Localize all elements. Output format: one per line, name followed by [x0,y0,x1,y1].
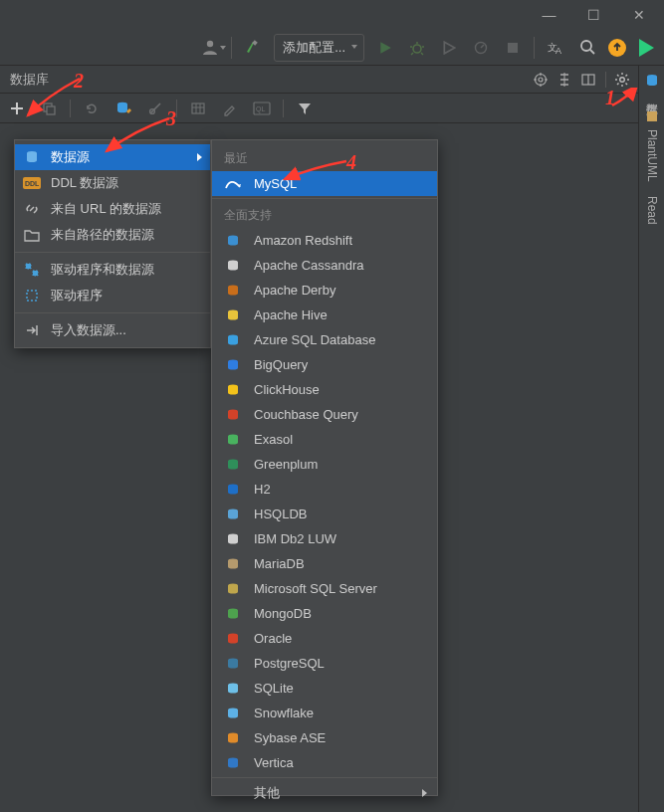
refresh-icon[interactable] [81,98,103,119]
menu-item-drivers[interactable]: 驱动程序 [15,283,210,308]
submenu-item-db[interactable]: Apache Cassandra [212,253,437,278]
submenu-item-db[interactable]: BigQuery [212,352,437,377]
ide-logo-icon[interactable] [636,39,654,57]
submenu-item-db[interactable]: MariaDB [212,551,437,576]
blank-icon [224,784,242,802]
svg-point-8 [536,74,547,85]
submenu-item-db[interactable]: Sybase ASE [212,725,437,750]
gutter-tab-database[interactable]: 数据库 [643,72,661,94]
menu-item-label: Sybase ASE [254,730,326,745]
submenu-item-db[interactable]: Snowflake [212,701,437,725]
update-available-icon[interactable] [608,39,626,57]
menu-item-label: HSQLDB [254,507,307,521]
svg-rect-13 [47,106,55,114]
submenu-item-db[interactable]: Apache Derby [212,278,437,303]
submenu-item-db[interactable]: Exasol [212,427,437,452]
debug-icon[interactable] [406,37,428,59]
menu-item-label: Azure SQL Database [254,332,375,347]
menu-item-label: 来自 URL 的数据源 [51,200,161,218]
edit-icon[interactable] [219,98,241,119]
submenu-item-db[interactable]: Vertica [212,750,437,775]
menu-separator [15,252,210,253]
svg-rect-26 [27,291,37,301]
submenu-item-db[interactable]: Microsoft SQL Server [212,576,437,601]
db-vendor-icon [224,655,242,673]
submenu-item-db[interactable]: Amazon Redshift [212,228,437,253]
submenu-item-db[interactable]: H2 [212,477,437,502]
user-menu-button[interactable] [201,38,221,58]
submenu-item-db[interactable]: Apache Hive [212,303,437,327]
title-bar: — ☐ ✕ [0,0,664,30]
menu-item-label: MariaDB [254,556,305,571]
submenu-item-db[interactable]: Greenplum [212,452,437,477]
window-minimize-button[interactable]: — [527,1,571,29]
add-datasource-button[interactable] [6,98,28,119]
database-icon [643,72,661,90]
stop-icon[interactable] [502,37,524,59]
run-icon[interactable] [374,37,396,59]
menu-item-label: Apache Cassandra [254,258,364,273]
gutter-tab-read[interactable]: Read [645,196,659,225]
menu-item-drivers-and-sources[interactable]: 驱动程序和数据源 [15,257,210,283]
submenu-item-db[interactable]: MongoDB [212,601,437,626]
menu-item-import-data-source[interactable]: 导入数据源... [15,317,210,343]
right-tool-gutter: 数据库 PlantUML Read [638,66,664,812]
svg-point-2 [413,45,421,53]
window-maximize-button[interactable]: ☐ [571,1,616,29]
menu-separator [212,777,437,778]
build-icon[interactable] [242,37,264,59]
import-icon [23,321,41,339]
plantuml-icon [643,107,661,125]
menu-separator [15,312,210,313]
disconnect-icon[interactable] [144,98,166,119]
run-configuration-label: 添加配置... [283,40,345,55]
coverage-icon[interactable] [438,37,460,59]
db-vendor-icon [224,729,242,747]
run-configuration-selector[interactable]: 添加配置... [274,34,364,62]
db-vendor-icon [224,555,242,573]
window-close-button[interactable]: ✕ [616,1,661,29]
submenu-section-full-support: 全面支持 [212,201,437,228]
submenu-item-db[interactable]: HSQLDB [212,502,437,526]
drivers-icon [23,261,41,279]
submenu-item-other[interactable]: 其他 [212,780,437,805]
menu-item-ddl-data-source[interactable]: DDL DDL 数据源 [15,170,210,196]
database-toolbar: QL [0,94,664,123]
submenu-item-db[interactable]: ClickHouse [212,377,437,402]
db-vendor-icon [224,306,242,324]
table-view-icon[interactable] [187,98,209,119]
db-vendor-icon [224,456,242,474]
submenu-item-db[interactable]: IBM Db2 LUW [212,526,437,551]
menu-item-path-data-source[interactable]: 来自路径的数据源 [15,222,210,248]
menu-separator [212,198,437,199]
submenu-item-db[interactable]: Oracle [212,626,437,651]
toolbar-separator [283,100,284,117]
split-icon[interactable] [576,68,600,92]
svg-text:A: A [555,46,561,56]
sql-console-icon[interactable]: QL [251,98,273,119]
db-vendor-icon [224,680,242,698]
menu-item-label: 数据源 [51,148,90,166]
menu-item-url-data-source[interactable]: 来自 URL 的数据源 [15,196,210,222]
data-source-properties-icon[interactable] [112,98,134,119]
profile-icon[interactable] [470,37,492,59]
submenu-item-db[interactable]: Couchbase Query [212,402,437,427]
database-icon [23,148,41,166]
data-source-type-submenu: 最近 MySQL 全面支持 Amazon RedshiftApache Cass… [211,139,438,796]
submenu-item-db[interactable]: Azure SQL Database [212,327,437,352]
translate-icon[interactable]: 文A [545,37,566,59]
submenu-item-db[interactable]: SQLite [212,676,437,701]
submenu-item-db[interactable]: PostgreSQL [212,651,437,676]
menu-item-label: Couchbase Query [254,407,358,422]
menu-item-label: MongoDB [254,606,312,621]
settings-icon[interactable] [610,68,634,92]
search-icon[interactable] [576,37,598,59]
submenu-item-mysql[interactable]: MySQL [212,171,437,196]
gutter-tab-plantuml[interactable]: PlantUML [643,107,661,182]
menu-item-data-source[interactable]: 数据源 [15,144,210,170]
scroll-sync-icon[interactable] [553,68,576,92]
duplicate-icon[interactable] [38,98,60,119]
target-icon[interactable] [529,68,553,92]
menu-item-label: PostgreSQL [254,656,325,671]
filter-icon[interactable] [294,98,316,119]
